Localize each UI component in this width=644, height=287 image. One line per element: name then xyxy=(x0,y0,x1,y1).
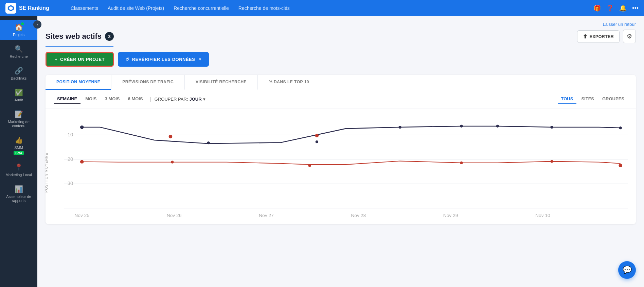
header-actions: ⬆ EXPORTER ⚙ xyxy=(577,30,636,43)
help-icon[interactable]: ❓ xyxy=(606,4,614,12)
svg-text:Nov 26: Nov 26 xyxy=(167,213,182,218)
tab-visibilite-recherche[interactable]: VISIBILITÉ RECHERCHE xyxy=(184,75,257,90)
time-left: SEMAINE MOIS 3 MOIS 6 MOIS | GROUPER PAR… xyxy=(54,94,205,104)
create-project-button[interactable]: + CRÉER UN PROJET xyxy=(46,52,114,67)
svg-text:Nov 25: Nov 25 xyxy=(74,213,89,218)
report-icon: 📊 xyxy=(15,185,23,193)
project-count-badge: 3 xyxy=(105,32,114,41)
chat-icon: 💬 xyxy=(623,266,632,274)
nav-icon-group: 🎁 ❓ 🔔 ••• xyxy=(593,4,639,12)
sidebar-item-marketing-local[interactable]: 📍 Marketing Local xyxy=(0,160,37,180)
plus-icon: + xyxy=(55,57,57,62)
feedback-link[interactable]: Laisser un retour xyxy=(46,22,636,27)
main-content: Laisser un retour Sites web actifs 3 ⬆ E… xyxy=(37,16,644,287)
more-icon[interactable]: ••• xyxy=(632,5,639,12)
chevron-down-icon: ▾ xyxy=(203,97,205,102)
gift-icon[interactable]: 🎁 xyxy=(593,4,601,12)
time-controls-row: SEMAINE MOIS 3 MOIS 6 MOIS | GROUPER PAR… xyxy=(46,90,636,108)
logo-icon xyxy=(5,3,16,14)
sidebar-label-assembleur: Assembleur de rapports xyxy=(3,195,35,203)
sidebar-label-backlinks: Backlinks xyxy=(11,76,26,80)
create-label: CRÉER UN PROJET xyxy=(60,57,105,62)
home-icon: 🏠 xyxy=(15,23,23,31)
sidebar-item-marketing-contenu[interactable]: 📝 Marketing de contenu xyxy=(0,107,37,131)
chart-section: POSITION MOYENNE PRÉVISIONS DE TRAFIC VI… xyxy=(46,75,636,224)
svg-point-15 xyxy=(550,126,553,129)
svg-point-14 xyxy=(496,125,499,128)
page-title-area: Sites web actifs 3 xyxy=(46,32,114,41)
beta-badge: Beta xyxy=(14,151,24,155)
sidebar-item-assembleur[interactable]: 📊 Assembleur de rapports xyxy=(0,182,37,206)
y-axis-label: POSITION MOYENNE xyxy=(46,153,48,192)
tab-previsions-trafic[interactable]: PRÉVISIONS DE TRAFIC xyxy=(111,75,184,90)
svg-point-16 xyxy=(619,126,622,129)
sidebar: › 🏠 Projets 🔍 Recherche 🔗 Backlinks ✅ Au… xyxy=(0,16,37,287)
sidebar-item-audit[interactable]: ✅ Audit xyxy=(0,85,37,105)
svg-text:20: 20 xyxy=(68,156,73,162)
svg-point-19 xyxy=(80,160,84,164)
nav-links: Classements Audit de site Web (Projets) … xyxy=(71,5,583,11)
nav-classements[interactable]: Classements xyxy=(71,5,98,11)
content-icon: 📝 xyxy=(15,110,23,118)
tab-semaine[interactable]: SEMAINE xyxy=(54,94,80,104)
smm-icon: 👍 xyxy=(15,136,23,144)
svg-point-11 xyxy=(316,140,319,143)
svg-point-18 xyxy=(315,134,319,137)
recheck-button[interactable]: ↺ REVÉRIFIER LES DONNÉES ▾ xyxy=(118,52,209,67)
chart-area: POSITION MOYENNE 10 20 30 xyxy=(46,108,636,224)
svg-text:10: 10 xyxy=(68,132,73,137)
search-icon: 🔍 xyxy=(15,45,23,53)
sidebar-item-smm[interactable]: 👍 SMM Beta xyxy=(0,133,37,158)
group-by-label: GROUPER PAR: xyxy=(155,97,188,102)
group-by-value: JOUR xyxy=(190,97,202,102)
refresh-icon: ↺ xyxy=(125,57,129,62)
svg-text:30: 30 xyxy=(68,181,73,186)
svg-point-21 xyxy=(308,164,311,167)
svg-point-24 xyxy=(619,164,622,167)
tab-mois[interactable]: MOIS xyxy=(82,94,100,104)
svg-text:Nov 27: Nov 27 xyxy=(259,213,274,218)
chevron-down-icon: ▾ xyxy=(199,57,201,62)
sidebar-item-recherche[interactable]: 🔍 Recherche xyxy=(0,41,37,62)
logo-text: SE Ranking xyxy=(19,5,49,11)
svg-point-22 xyxy=(460,162,463,164)
sidebar-label-recherche: Recherche xyxy=(10,54,28,58)
sidebar-toggle[interactable]: › xyxy=(33,20,41,29)
settings-button[interactable]: ⚙ xyxy=(623,30,636,43)
sidebar-item-backlinks[interactable]: 🔗 Backlinks xyxy=(0,63,37,84)
tab-top10[interactable]: % DANS LE TOP 10 xyxy=(257,75,320,90)
sidebar-item-projets[interactable]: 🏠 Projets xyxy=(0,20,37,40)
logo[interactable]: SE Ranking xyxy=(5,3,60,14)
action-buttons: + CRÉER UN PROJET ↺ REVÉRIFIER LES DONNÉ… xyxy=(46,52,636,67)
tab-3mois[interactable]: 3 MOIS xyxy=(101,94,123,104)
view-tous[interactable]: TOUS xyxy=(558,94,577,104)
tab-position-moyenne[interactable]: POSITION MOYENNE xyxy=(46,75,111,90)
svg-text:Nov 10: Nov 10 xyxy=(535,213,550,218)
svg-point-12 xyxy=(398,126,401,129)
svg-point-10 xyxy=(207,141,210,144)
sidebar-label-local: Marketing Local xyxy=(5,173,32,177)
audit-icon: ✅ xyxy=(15,88,23,97)
page-title: Sites web actifs xyxy=(46,32,102,41)
notification-icon[interactable]: 🔔 xyxy=(619,4,627,12)
svg-point-17 xyxy=(169,135,173,138)
sidebar-label-projets: Projets xyxy=(13,33,24,37)
divider: | xyxy=(150,96,151,102)
group-by-select[interactable]: GROUPER PAR: JOUR ▾ xyxy=(155,97,205,102)
view-tabs: TOUS SITES GROUPES xyxy=(558,94,628,104)
nav-recherche-mots[interactable]: Recherche de mots-clés xyxy=(238,5,290,11)
nav-audit[interactable]: Audit de site Web (Projets) xyxy=(108,5,164,11)
link-icon: 🔗 xyxy=(15,67,23,75)
svg-text:Nov 29: Nov 29 xyxy=(443,213,458,218)
tab-6mois[interactable]: 6 MOIS xyxy=(125,94,146,104)
view-groupes[interactable]: GROUPES xyxy=(599,94,628,104)
sidebar-label-smm: SMM xyxy=(14,146,23,150)
chat-fab[interactable]: 💬 xyxy=(618,261,636,279)
view-sites[interactable]: SITES xyxy=(578,94,597,104)
export-button[interactable]: ⬆ EXPORTER xyxy=(577,30,620,43)
nav-recherche-conc[interactable]: Recherche concurrentielle xyxy=(174,5,229,11)
location-icon: 📍 xyxy=(15,163,23,171)
metric-tabs: POSITION MOYENNE PRÉVISIONS DE TRAFIC VI… xyxy=(46,75,636,90)
svg-text:Nov 28: Nov 28 xyxy=(351,213,366,218)
title-underline xyxy=(46,46,113,47)
